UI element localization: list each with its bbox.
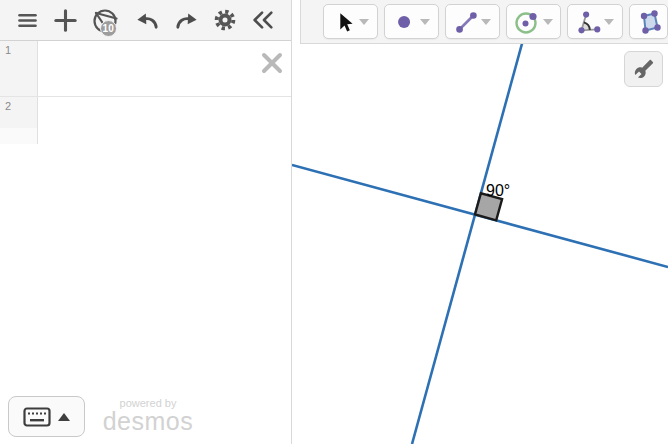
expression-input-1[interactable] [38, 41, 291, 96]
redo-arrow-icon [173, 8, 200, 33]
circle-tool-button[interactable] [506, 4, 561, 39]
select-tool-button[interactable] [323, 4, 378, 39]
construction-count-badge: 10 [100, 20, 117, 37]
show-keyboard-button[interactable] [8, 396, 85, 437]
plus-icon [52, 7, 79, 34]
geometry-toolbar [300, 0, 668, 44]
expression-row-next[interactable] [0, 128, 291, 144]
expression-panel: 10 [0, 0, 292, 444]
panel-footer: powered by desmos [0, 392, 291, 444]
segment-tool-button[interactable] [445, 4, 500, 39]
close-x-icon [260, 51, 284, 75]
geometry-drawing[interactable]: 90° [292, 0, 668, 444]
gear-icon [212, 7, 238, 33]
circle-icon [514, 9, 540, 35]
desmos-logo-text: desmos [98, 409, 198, 433]
angle-measure-label[interactable]: 90° [486, 182, 510, 199]
chevron-down-icon [420, 19, 430, 25]
angle-tool-button[interactable] [567, 4, 622, 39]
undo-arrow-icon [134, 8, 161, 33]
expression-number: 1 [0, 41, 38, 96]
collapse-panel-button[interactable] [248, 5, 278, 35]
expression-row-2[interactable]: 2 [0, 97, 291, 128]
chevron-down-icon [481, 19, 491, 25]
settings-button[interactable] [210, 5, 240, 35]
main-menu-button[interactable] [13, 6, 42, 35]
polygon-tool-button[interactable] [629, 4, 668, 39]
chevron-down-icon [604, 19, 614, 25]
geometry-canvas[interactable]: 90° [292, 0, 668, 444]
desmos-branding: powered by desmos [98, 397, 198, 433]
triangle-up-icon [58, 413, 70, 421]
undo-button[interactable] [132, 6, 163, 35]
expression-number: 2 [0, 97, 38, 128]
keyboard-icon [23, 407, 51, 427]
point-icon [393, 9, 417, 35]
perpendicular-lines[interactable] [292, 0, 668, 444]
hamburger-icon [15, 8, 40, 33]
cursor-arrow-icon [332, 9, 356, 35]
chevron-down-icon [359, 19, 369, 25]
desmos-geometry-app: 10 [0, 0, 668, 444]
expression-row-1[interactable]: 1 [0, 41, 291, 97]
angle-icon [575, 9, 601, 35]
redo-button[interactable] [171, 6, 202, 35]
expression-input-2[interactable] [38, 97, 291, 128]
expression-panel-toolbar: 10 [0, 0, 291, 41]
close-expression-button[interactable] [260, 51, 284, 78]
double-chevron-left-icon [250, 7, 276, 33]
polygon-icon [635, 9, 662, 35]
point-tool-button[interactable] [384, 4, 439, 39]
segment-icon [454, 9, 478, 35]
graph-settings-button[interactable] [624, 51, 663, 87]
add-item-button[interactable] [50, 5, 81, 36]
construction-tools-button[interactable]: 10 [89, 3, 125, 37]
chevron-down-icon [543, 19, 553, 25]
wrench-icon [634, 59, 654, 79]
